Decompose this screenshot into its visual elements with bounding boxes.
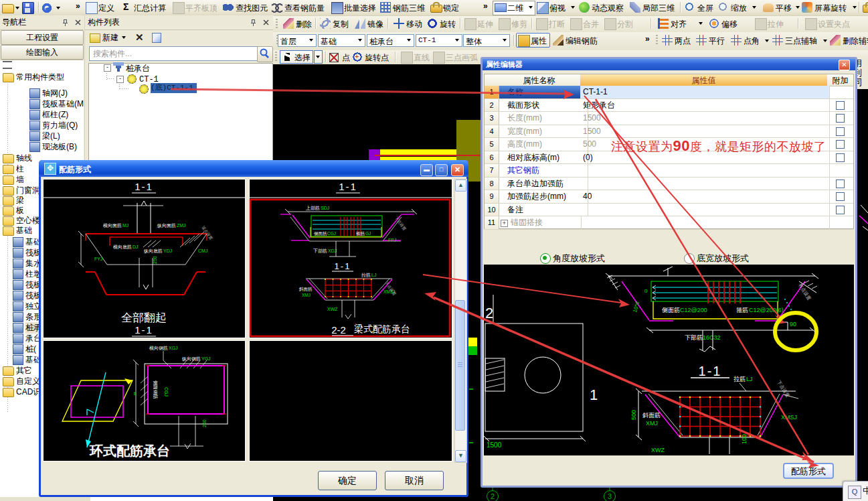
svg-text:90: 90 bbox=[790, 321, 796, 328]
svg-text:XMJ: XMJ bbox=[302, 293, 311, 297]
svg-text:DJ: DJ bbox=[133, 244, 139, 249]
svg-text:3: 3 bbox=[608, 492, 612, 500]
svg-text:0: 0 bbox=[644, 288, 648, 294]
svg-text:YDJ: YDJ bbox=[163, 248, 172, 253]
svg-text:斜面筋: 斜面筋 bbox=[298, 287, 313, 292]
svg-text:YGJ: YGJ bbox=[201, 356, 211, 361]
svg-text:环式配筋承台: 环式配筋承台 bbox=[89, 443, 170, 458]
svg-text:XMJ: XMJ bbox=[646, 420, 658, 427]
svg-text:10*d: 10*d bbox=[632, 301, 640, 313]
svg-text:XGJ: XGJ bbox=[169, 346, 178, 350]
svg-text:FPJ: FPJ bbox=[388, 238, 396, 242]
svg-text:纵向钢筋: 纵向钢筋 bbox=[182, 356, 201, 362]
svg-text:2: 2 bbox=[491, 492, 495, 500]
svg-text:箍筋: 箍筋 bbox=[356, 231, 365, 236]
svg-text:2-2: 2-2 bbox=[331, 324, 346, 336]
svg-text:1500: 1500 bbox=[487, 441, 502, 449]
svg-text:全部翻起: 全部翻起 bbox=[121, 311, 167, 324]
svg-text:上部筋: 上部筋 bbox=[306, 206, 320, 211]
svg-text:横向钢筋: 横向钢筋 bbox=[149, 346, 168, 351]
svg-text:XWZ: XWZ bbox=[327, 307, 338, 311]
svg-text:ZMJ: ZMJ bbox=[177, 223, 186, 228]
svg-text:下部筋: 下部筋 bbox=[313, 248, 327, 254]
svg-text:侧面筋: 侧面筋 bbox=[662, 307, 680, 313]
svg-text:C12@200: C12@200 bbox=[680, 307, 707, 313]
svg-text:纵向底筋: 纵向底筋 bbox=[144, 248, 163, 254]
svg-text:1-1: 1-1 bbox=[699, 364, 722, 378]
svg-text:1-1: 1-1 bbox=[339, 181, 357, 192]
svg-text:斜面筋: 斜面筋 bbox=[642, 412, 661, 419]
svg-text:侧面钢筋: 侧面钢筋 bbox=[153, 380, 158, 399]
svg-text:2: 2 bbox=[485, 305, 493, 321]
svg-text:横向面筋: 横向面筋 bbox=[103, 223, 122, 228]
svg-text:FYJ: FYJ bbox=[94, 257, 102, 261]
svg-text:纵向面筋: 纵向面筋 bbox=[157, 223, 176, 228]
svg-text:下部筋: 下部筋 bbox=[685, 334, 703, 341]
svg-text:100: 100 bbox=[741, 434, 748, 444]
svg-text:16C32: 16C32 bbox=[703, 334, 721, 341]
svg-text:1: 1 bbox=[590, 386, 598, 403]
svg-text:LJ: LJ bbox=[371, 273, 376, 277]
svg-text:LJ: LJ bbox=[746, 376, 753, 382]
svg-text:MJ: MJ bbox=[122, 223, 128, 228]
svg-text:CMJ: CMJ bbox=[198, 248, 207, 253]
svg-text:拉筋: 拉筋 bbox=[733, 376, 746, 382]
svg-text:SDJ: SDJ bbox=[321, 206, 329, 210]
svg-text:1-1: 1-1 bbox=[135, 181, 153, 192]
svg-text:GJ: GJ bbox=[365, 231, 371, 236]
svg-text:XDJ: XDJ bbox=[328, 248, 337, 253]
svg-text:1-1: 1-1 bbox=[135, 324, 153, 336]
svg-text:XWZ: XWZ bbox=[651, 447, 665, 453]
svg-text:b: b bbox=[134, 391, 137, 396]
svg-text:梁式配筋承台: 梁式配筋承台 bbox=[354, 324, 410, 334]
svg-text:1-1: 1-1 bbox=[335, 261, 351, 271]
svg-text:横向底筋: 横向底筋 bbox=[113, 244, 132, 250]
svg-text:C12@200(6): C12@200(6) bbox=[749, 307, 784, 313]
svg-text:250: 250 bbox=[153, 256, 157, 264]
svg-text:箍筋: 箍筋 bbox=[736, 307, 748, 313]
svg-text:250: 250 bbox=[202, 419, 207, 427]
svg-text:500: 500 bbox=[630, 410, 637, 420]
svg-text:XMSJ: XMSJ bbox=[781, 414, 797, 421]
svg-text:CGJ: CGJ bbox=[327, 231, 336, 236]
svg-text:侧面筋: 侧面筋 bbox=[314, 231, 327, 236]
svg-text:CGJ: CGJ bbox=[164, 387, 169, 397]
svg-text:拉筋: 拉筋 bbox=[361, 273, 371, 278]
